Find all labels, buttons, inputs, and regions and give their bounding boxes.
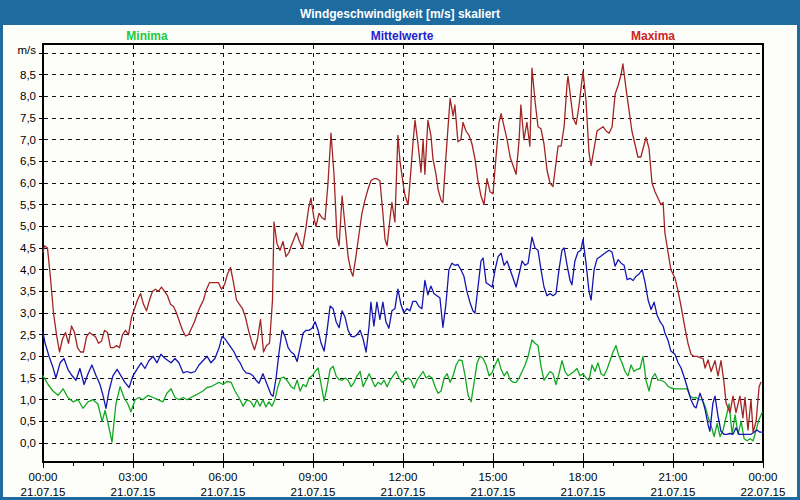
svg-text:06:00: 06:00 [209,471,238,483]
svg-text:18:00: 18:00 [569,471,598,483]
svg-text:1,0: 1,0 [20,394,36,406]
svg-text:7,5: 7,5 [20,112,36,124]
svg-text:2,5: 2,5 [20,329,36,341]
svg-text:21.07.15: 21.07.15 [201,486,246,498]
svg-text:m/s: m/s [17,44,36,56]
svg-text:5,5: 5,5 [20,199,36,211]
svg-text:3,0: 3,0 [20,307,36,319]
svg-text:0,0: 0,0 [20,437,36,449]
svg-text:12:00: 12:00 [389,471,418,483]
svg-text:4,0: 4,0 [20,264,36,276]
svg-text:4,5: 4,5 [20,242,36,254]
svg-text:21.07.15: 21.07.15 [471,486,516,498]
svg-text:8,5: 8,5 [20,69,36,81]
svg-text:21.07.15: 21.07.15 [381,486,426,498]
svg-text:6,0: 6,0 [20,177,36,189]
svg-text:22.07.15: 22.07.15 [741,486,786,498]
svg-text:5,0: 5,0 [20,220,36,232]
svg-text:6,5: 6,5 [20,155,36,167]
svg-text:21.07.15: 21.07.15 [21,486,66,498]
svg-text:2,0: 2,0 [20,350,36,362]
svg-text:00:00: 00:00 [29,471,58,483]
wind-chart-svg: 0,00,51,01,52,02,53,03,54,04,55,05,56,06… [3,3,800,500]
svg-text:8,0: 8,0 [20,90,36,102]
svg-text:21.07.15: 21.07.15 [561,486,606,498]
svg-text:21.07.15: 21.07.15 [651,486,696,498]
svg-text:03:00: 03:00 [119,471,148,483]
svg-text:7,0: 7,0 [20,134,36,146]
svg-text:21:00: 21:00 [659,471,688,483]
svg-text:00:00: 00:00 [749,471,778,483]
svg-text:21.07.15: 21.07.15 [291,486,336,498]
svg-text:0,5: 0,5 [20,415,36,427]
svg-text:09:00: 09:00 [299,471,328,483]
chart-window: Windgeschwindigkeit [m/s] skaliert Minim… [0,0,800,500]
svg-text:21.07.15: 21.07.15 [111,486,156,498]
svg-text:1,5: 1,5 [20,372,36,384]
svg-text:3,5: 3,5 [20,285,36,297]
svg-text:15:00: 15:00 [479,471,508,483]
